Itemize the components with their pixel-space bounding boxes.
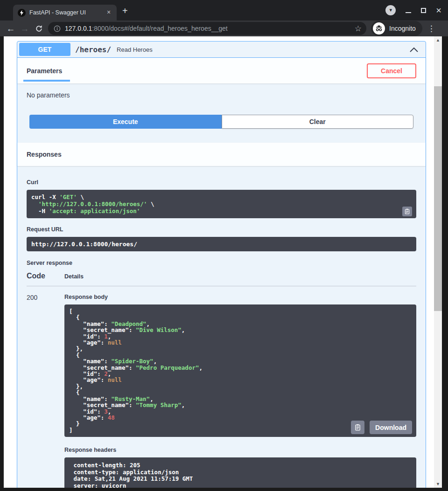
parameters-body: No parameters bbox=[17, 83, 426, 115]
browser-tab[interactable]: FastAPI - Swagger UI × bbox=[13, 5, 117, 21]
new-tab-icon[interactable]: + bbox=[122, 6, 128, 15]
url-bar[interactable]: 127.0.0.1:8000/docs#/default/read_heroes… bbox=[48, 22, 366, 35]
clear-button[interactable]: Clear bbox=[222, 115, 414, 129]
browser-window: FastAPI - Swagger UI × + ▾ × ← → 127. bbox=[0, 0, 448, 491]
execute-button[interactable]: Execute bbox=[29, 115, 222, 129]
request-url-value: http://127.0.0.1:8000/heroes/ bbox=[31, 241, 412, 248]
response-body-block: [ { "name": "Deadpond", "secret_name": "… bbox=[64, 304, 416, 437]
browser-toolbar: ← → 127.0.0.1:8000/docs#/default/read_he… bbox=[0, 21, 448, 36]
page-content: GET /heroes/ Read Heroes Parameters Canc… bbox=[4, 36, 434, 488]
download-button[interactable]: Download bbox=[370, 421, 412, 434]
fastapi-favicon-icon bbox=[18, 9, 26, 17]
status-code: 200 bbox=[27, 294, 64, 488]
swagger-page: GET /heroes/ Read Heroes Parameters Canc… bbox=[4, 36, 442, 488]
response-row-200: 200 Response body [ { "name": "Deadpond"… bbox=[27, 286, 416, 488]
responses-title: Responses bbox=[27, 151, 62, 158]
window-controls: ▾ × bbox=[385, 0, 448, 21]
server-response-label: Server response bbox=[27, 260, 416, 266]
scroll-up-icon[interactable]: ▲ bbox=[434, 36, 442, 44]
scrollbar-thumb[interactable] bbox=[434, 86, 442, 311]
url-path: :8000/docs#/default/read_heroes_heroes__… bbox=[92, 25, 227, 32]
maximize-icon[interactable] bbox=[421, 8, 426, 13]
curl-code-block: curl -X 'GET' \ 'http://127.0.0.1:8000/h… bbox=[27, 190, 416, 218]
execute-row: Execute Clear bbox=[17, 115, 426, 143]
opblock-get-heroes: GET /heroes/ Read Heroes Parameters Canc… bbox=[17, 41, 426, 488]
response-table-header: Code Details bbox=[27, 272, 416, 286]
response-body-actions: Download bbox=[351, 421, 412, 434]
browser-titlebar: FastAPI - Swagger UI × + ▾ × bbox=[0, 0, 448, 21]
tab-close-icon[interactable]: × bbox=[105, 8, 113, 17]
url-host: 127.0.0.1 bbox=[65, 25, 92, 32]
copy-response-button[interactable] bbox=[351, 421, 364, 434]
response-headers-text: content-length: 205 content-type: applic… bbox=[70, 462, 411, 488]
back-icon[interactable]: ← bbox=[4, 24, 18, 33]
request-url-block: http://127.0.0.1:8000/heroes/ bbox=[27, 237, 416, 251]
active-tab-underline bbox=[23, 80, 70, 82]
tab-search-icon[interactable]: ▾ bbox=[385, 5, 396, 15]
parameters-title: Parameters bbox=[27, 67, 62, 75]
clipboard-icon bbox=[404, 208, 410, 214]
reload-icon[interactable] bbox=[32, 25, 46, 33]
site-info-icon[interactable] bbox=[54, 25, 61, 32]
curl-label: Curl bbox=[27, 179, 416, 186]
opblock-summary[interactable]: GET /heroes/ Read Heroes bbox=[17, 41, 426, 58]
endpoint-summary: Read Heroes bbox=[117, 46, 409, 53]
responses-header: Responses bbox=[17, 143, 426, 166]
no-parameters-text: No parameters bbox=[27, 91, 70, 99]
response-details: Response body [ { "name": "Deadpond", "s… bbox=[64, 294, 416, 488]
bookmark-star-icon[interactable]: ☆ bbox=[355, 24, 362, 34]
scroll-down-icon[interactable]: ▼ bbox=[434, 480, 442, 488]
tab-title: FastAPI - Swagger UI bbox=[29, 9, 105, 16]
response-body-label: Response body bbox=[64, 294, 416, 300]
parameters-header: Parameters Cancel bbox=[17, 58, 426, 83]
responses-inner: Curl curl -X 'GET' \ 'http://127.0.0.1:8… bbox=[17, 166, 426, 488]
curl-command: curl -X 'GET' \ 'http://127.0.0.1:8000/h… bbox=[31, 194, 412, 214]
collapse-chevron-icon[interactable] bbox=[409, 46, 419, 53]
page-scrollbar[interactable]: ▲ ▼ bbox=[434, 36, 442, 488]
incognito-badge: Incognito bbox=[371, 21, 422, 36]
details-column-header: Details bbox=[64, 273, 416, 280]
clipboard-icon bbox=[354, 424, 361, 431]
url-text[interactable]: 127.0.0.1:8000/docs#/default/read_heroes… bbox=[65, 25, 352, 32]
copy-curl-button[interactable] bbox=[402, 207, 412, 216]
code-column-header: Code bbox=[27, 272, 64, 280]
cancel-button[interactable]: Cancel bbox=[367, 63, 416, 78]
forward-icon: → bbox=[18, 24, 32, 33]
tab-parameters[interactable]: Parameters bbox=[27, 58, 62, 83]
endpoint-path: /heroes/ bbox=[75, 45, 111, 54]
minimize-icon[interactable] bbox=[406, 8, 411, 13]
incognito-label: Incognito bbox=[389, 25, 416, 32]
window-close-icon[interactable]: × bbox=[436, 6, 441, 14]
browser-menu-icon[interactable]: ⋮ bbox=[427, 24, 435, 34]
response-body-json: [ { "name": "Deadpond", "secret_name": "… bbox=[69, 308, 412, 433]
incognito-icon bbox=[373, 22, 385, 35]
response-headers-block: content-length: 205 content-type: applic… bbox=[64, 457, 416, 488]
response-headers-label: Response headers bbox=[64, 447, 416, 453]
request-url-label: Request URL bbox=[27, 226, 416, 233]
method-badge: GET bbox=[19, 43, 70, 56]
